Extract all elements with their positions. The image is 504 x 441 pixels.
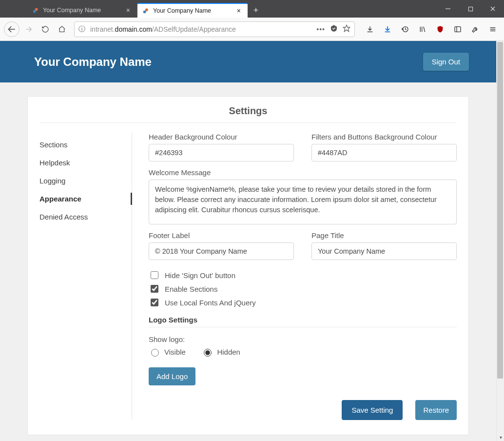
logo-hidden-label: Hidden (217, 348, 240, 356)
svg-rect-19 (455, 26, 461, 32)
window-close-button[interactable] (482, 0, 504, 18)
scrollbar-thumb[interactable] (497, 42, 503, 379)
filters-bg-label: Filters and Buttons Background Colour (311, 133, 457, 141)
menu-button[interactable] (485, 22, 500, 37)
save-button[interactable]: Save Setting (342, 400, 403, 420)
ublock-icon[interactable] (433, 22, 447, 37)
nav-appearance[interactable]: Appearance (39, 190, 132, 208)
welcome-textarea[interactable]: Welcome %givenName%, please take your ti… (149, 180, 457, 224)
footer-label-input[interactable] (149, 242, 294, 260)
forward-button[interactable] (21, 22, 36, 37)
add-logo-button[interactable]: Add Logo (149, 367, 195, 385)
local-fonts-checkbox[interactable] (151, 299, 158, 306)
site-info-icon[interactable]: ⓘ (78, 25, 85, 34)
enable-sections-label: Enable Sections (165, 285, 217, 293)
browser-tabbar: Your Company Name × Your Company Name × … (0, 0, 504, 18)
logo-visible-label: Visible (164, 348, 186, 356)
bookmark-icon[interactable] (343, 24, 350, 34)
svg-marker-10 (343, 25, 349, 31)
browser-toolbar: ⓘ intranet.domain.com/ADSelfUpdate/Appea… (0, 18, 504, 41)
close-icon[interactable]: × (235, 7, 243, 14)
url-bar[interactable]: ⓘ intranet.domain.com/ADSelfUpdate/Appea… (74, 21, 355, 37)
svg-rect-5 (468, 7, 472, 11)
new-tab-button[interactable]: + (248, 3, 264, 18)
logo-visible-radio[interactable] (151, 349, 159, 357)
svg-point-3 (145, 8, 148, 11)
scroll-down-icon[interactable]: ▾ (497, 433, 504, 441)
back-button[interactable] (4, 21, 19, 37)
local-fonts-label: Use Local Fonts And jQuery (165, 299, 256, 307)
logo-hidden-option[interactable]: Hidden (201, 347, 240, 357)
browser-tab-inactive[interactable]: Your Company Name × (27, 3, 137, 18)
url-text: intranet.domain.com/ADSelfUpdate/Appeara… (90, 25, 316, 33)
settings-content: Sections Helpdesk Logging Appearance Den… (39, 133, 457, 420)
page-header: Your Company Name Sign Out (0, 41, 496, 82)
hide-signout-label: Hide 'Sign Out' button (165, 271, 235, 280)
nav-helpdesk[interactable]: Helpdesk (39, 154, 132, 172)
sidebar-button[interactable] (450, 22, 465, 37)
viewport: Your Company Name Sign Out Settings Sect… (0, 41, 504, 441)
logo-settings-heading: Logo Settings (149, 316, 457, 327)
page-title-label: Page Title (311, 231, 457, 240)
show-logo-label: Show logo: (149, 335, 457, 343)
signout-button[interactable]: Sign Out (423, 53, 469, 71)
logo-visible-option[interactable]: Visible (149, 347, 186, 357)
favicon-icon (142, 7, 149, 14)
svg-point-1 (35, 8, 38, 11)
tab-title: Your Company Name (43, 7, 101, 14)
header-bg-input[interactable] (149, 144, 294, 161)
favicon-icon (32, 7, 39, 14)
header-bg-label: Header Background Colour (149, 133, 294, 141)
library-button[interactable] (415, 22, 430, 37)
minimize-button[interactable] (437, 0, 459, 18)
company-name: Your Company Name (34, 55, 152, 69)
svg-line-18 (424, 26, 425, 32)
welcome-label: Welcome Message (149, 168, 457, 177)
filters-bg-input[interactable] (311, 144, 457, 161)
close-icon[interactable]: × (124, 7, 132, 14)
settings-nav: Sections Helpdesk Logging Appearance Den… (39, 133, 132, 420)
downloads-indicator-icon[interactable] (380, 22, 395, 37)
downloads-button[interactable] (363, 22, 377, 37)
reload-button[interactable] (38, 22, 53, 37)
pocket-icon[interactable] (330, 24, 338, 34)
extensions-area (363, 22, 500, 37)
tab-title: Your Company Name (153, 7, 211, 14)
local-fonts-check[interactable]: Use Local Fonts And jQuery (149, 297, 457, 308)
page-actions-icon[interactable]: ••• (316, 25, 325, 33)
devtools-button[interactable] (468, 22, 483, 37)
hide-signout-checkbox[interactable] (151, 271, 158, 279)
settings-title: Settings (39, 105, 457, 123)
logo-hidden-radio[interactable] (204, 349, 212, 357)
page: Your Company Name Sign Out Settings Sect… (0, 41, 496, 441)
nav-logging[interactable]: Logging (39, 172, 132, 190)
history-button[interactable] (398, 22, 412, 37)
window-controls (437, 0, 504, 18)
form-actions: Save Setting Restore (149, 400, 457, 420)
url-bar-actions: ••• (316, 24, 350, 34)
restore-button[interactable]: Restore (415, 400, 457, 420)
footer-label-label: Footer Label (149, 231, 294, 240)
page-title-input[interactable] (311, 242, 457, 260)
scrollbar[interactable]: ▾ (496, 41, 504, 441)
hide-signout-check[interactable]: Hide 'Sign Out' button (149, 270, 457, 281)
maximize-button[interactable] (459, 0, 482, 18)
nav-sections[interactable]: Sections (39, 136, 132, 154)
nav-denied-access[interactable]: Denied Access (39, 208, 132, 226)
settings-card: Settings Sections Helpdesk Logging Appea… (27, 96, 469, 435)
enable-sections-checkbox[interactable] (151, 285, 158, 293)
settings-main: Header Background Colour Filters and But… (132, 133, 457, 420)
enable-sections-check[interactable]: Enable Sections (149, 283, 457, 294)
home-button[interactable] (55, 22, 69, 37)
browser-tab-active[interactable]: Your Company Name × (137, 3, 248, 18)
